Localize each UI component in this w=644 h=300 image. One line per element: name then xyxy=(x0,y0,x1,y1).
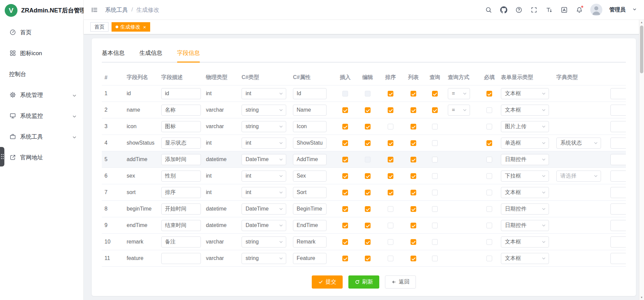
sort-checkbox[interactable] xyxy=(388,140,393,146)
help-icon[interactable] xyxy=(515,6,523,14)
dict-type-select[interactable]: 请选择 xyxy=(556,171,601,182)
required-checkbox[interactable] xyxy=(486,157,492,162)
column-desc-input[interactable] xyxy=(161,154,201,165)
back-button[interactable]: 返回 xyxy=(385,275,416,289)
insert-checkbox[interactable] xyxy=(342,206,348,212)
insert-checkbox[interactable] xyxy=(342,239,348,245)
cs-attr-input[interactable] xyxy=(293,105,327,116)
extra-input[interactable] xyxy=(610,203,626,215)
search-icon[interactable] xyxy=(484,6,492,14)
insert-checkbox[interactable] xyxy=(342,124,348,129)
edit-checkbox[interactable] xyxy=(365,256,371,261)
chevron-down-icon[interactable] xyxy=(633,7,637,13)
cs-type-select[interactable]: string xyxy=(242,121,286,132)
extra-input[interactable] xyxy=(610,171,626,182)
sidebar-collapse-icon[interactable] xyxy=(90,6,98,14)
display-type-select[interactable]: 文本框 xyxy=(501,105,549,116)
sort-checkbox[interactable] xyxy=(388,190,393,195)
cs-attr-input[interactable] xyxy=(293,253,327,264)
refresh-button[interactable]: 刷新 xyxy=(348,275,379,289)
column-desc-input[interactable] xyxy=(161,220,201,231)
display-type-select[interactable]: 文本框 xyxy=(501,253,549,264)
scrollbar-thumb[interactable] xyxy=(640,26,643,73)
sort-checkbox[interactable] xyxy=(388,206,393,212)
sort-checkbox[interactable] xyxy=(388,91,393,97)
cs-attr-input[interactable] xyxy=(293,171,327,182)
cs-attr-input[interactable] xyxy=(293,187,327,198)
list-checkbox[interactable] xyxy=(411,239,416,245)
edit-checkbox[interactable] xyxy=(365,140,371,146)
cs-attr-input[interactable] xyxy=(293,203,327,215)
sort-checkbox[interactable] xyxy=(388,124,393,129)
extra-input[interactable] xyxy=(610,105,626,116)
query-checkbox[interactable] xyxy=(432,239,438,245)
tab-field-info[interactable]: 字段信息 xyxy=(177,49,200,62)
column-desc-input[interactable] xyxy=(161,203,201,215)
settings-drawer-handle[interactable] xyxy=(0,147,4,166)
github-icon[interactable] xyxy=(500,6,508,14)
cs-type-select[interactable]: string xyxy=(242,105,286,116)
edit-checkbox[interactable] xyxy=(365,173,371,179)
query-mode-select[interactable]: = xyxy=(448,88,470,99)
query-checkbox[interactable] xyxy=(432,157,438,162)
list-checkbox[interactable] xyxy=(411,157,416,162)
extra-input[interactable] xyxy=(610,236,626,248)
list-checkbox[interactable] xyxy=(411,140,416,146)
query-mode-select[interactable]: = xyxy=(448,105,470,116)
sidebar-item-website[interactable]: 官网地址 xyxy=(0,147,83,168)
dict-type-select[interactable]: 系统状态 xyxy=(556,138,601,149)
scroll-up-arrow[interactable]: ▲ xyxy=(639,20,644,25)
query-checkbox[interactable] xyxy=(432,223,438,228)
sidebar-item-icons[interactable]: 图标icon xyxy=(0,43,83,64)
extra-input[interactable] xyxy=(610,253,626,264)
sort-checkbox[interactable] xyxy=(388,157,393,162)
required-checkbox[interactable] xyxy=(486,256,492,261)
cs-type-select[interactable]: int xyxy=(242,171,286,182)
edit-checkbox[interactable] xyxy=(365,239,371,245)
required-checkbox[interactable] xyxy=(486,107,492,113)
insert-checkbox[interactable] xyxy=(342,173,348,179)
cs-type-select[interactable]: DateTime xyxy=(242,154,286,165)
cs-attr-input[interactable] xyxy=(293,220,327,231)
list-checkbox[interactable] xyxy=(411,223,416,228)
cs-type-select[interactable]: int xyxy=(242,187,286,198)
insert-checkbox[interactable] xyxy=(342,223,348,228)
sidebar-item-system-tools[interactable]: 系统工具 xyxy=(0,126,83,147)
display-type-select[interactable]: 文本框 xyxy=(501,236,549,248)
list-checkbox[interactable] xyxy=(411,124,416,129)
query-checkbox[interactable] xyxy=(432,124,438,129)
app-logo[interactable]: V ZRAdmin.NET后台管理 xyxy=(0,0,83,21)
required-checkbox[interactable] xyxy=(486,206,492,212)
edit-checkbox[interactable] xyxy=(365,124,371,129)
column-desc-input[interactable] xyxy=(161,187,201,198)
field-table-scroll[interactable]: #字段列名字段描述物理类型C#类型C#属性插入编辑排序列表查询查询方式必填表单显… xyxy=(102,70,626,267)
display-type-select[interactable]: 日期控件 xyxy=(501,154,549,165)
tab-basic-info[interactable]: 基本信息 xyxy=(102,49,125,62)
extra-input[interactable] xyxy=(610,187,626,198)
display-type-select[interactable]: 文本框 xyxy=(501,88,549,99)
sidebar-item-system-manage[interactable]: 系统管理 xyxy=(0,84,83,105)
display-type-select[interactable]: 日期控件 xyxy=(501,203,549,215)
list-checkbox[interactable] xyxy=(411,91,416,97)
scroll-down-arrow[interactable]: ▼ xyxy=(639,295,644,300)
insert-checkbox[interactable] xyxy=(342,140,348,146)
list-checkbox[interactable] xyxy=(411,206,416,212)
insert-checkbox[interactable] xyxy=(342,91,348,97)
bell-icon[interactable] xyxy=(575,6,583,14)
sidebar-item-console[interactable]: 控制台 xyxy=(0,64,83,84)
required-checkbox[interactable] xyxy=(486,91,492,97)
tab-gen-info[interactable]: 生成信息 xyxy=(139,49,162,62)
sort-checkbox[interactable] xyxy=(388,173,393,179)
display-type-select[interactable]: 日期控件 xyxy=(501,220,549,231)
sidebar-item-system-monitor[interactable]: 系统监控 xyxy=(0,105,83,126)
cs-attr-input[interactable] xyxy=(293,154,327,165)
sidebar-item-home[interactable]: 首页 xyxy=(0,22,83,43)
cs-type-select[interactable]: DateTime xyxy=(242,203,286,215)
query-checkbox[interactable] xyxy=(432,206,438,212)
username[interactable]: 管理员 xyxy=(609,6,626,13)
required-checkbox[interactable] xyxy=(486,140,492,146)
extra-input[interactable] xyxy=(610,88,626,99)
list-checkbox[interactable] xyxy=(411,190,416,195)
cs-attr-input[interactable] xyxy=(293,88,327,99)
query-checkbox[interactable] xyxy=(432,173,438,179)
